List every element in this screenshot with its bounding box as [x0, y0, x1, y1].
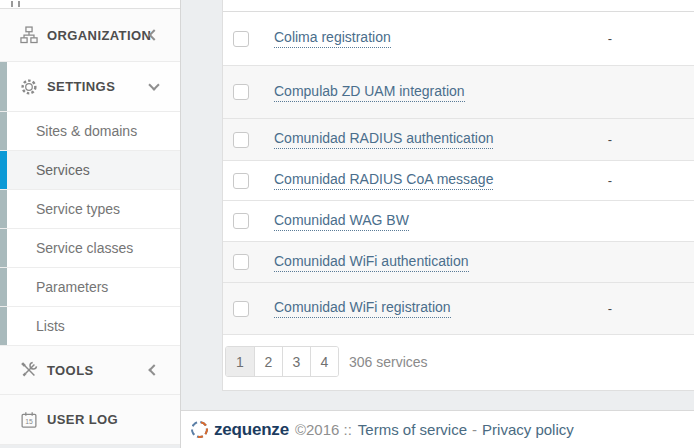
- sidebar-section-user-log[interactable]: 15 USER LOG: [0, 395, 180, 445]
- page-button-2[interactable]: 2: [254, 347, 282, 376]
- chevron-down-icon: [148, 79, 159, 90]
- row-checkbox[interactable]: [233, 213, 249, 229]
- row-value: -: [601, 301, 619, 316]
- sidebar-section-label: SETTINGS: [47, 79, 115, 94]
- sidebar-section-tools[interactable]: TOOLS: [0, 346, 180, 395]
- row-value: -: [601, 173, 619, 188]
- row-checkbox[interactable]: [233, 301, 249, 317]
- sidebar-item-label: Lists: [36, 318, 65, 334]
- sidebar-section-label: ORGANIZATION: [47, 28, 151, 43]
- table-row: Compulab ZD UAM integration: [223, 66, 694, 119]
- link-separator: -: [472, 421, 477, 438]
- sitemap-icon: [20, 26, 38, 44]
- table-row: Colima registration -: [223, 12, 694, 66]
- gear-icon: [20, 78, 38, 96]
- sidebar-section-organization[interactable]: ORGANIZATION: [0, 9, 180, 62]
- pagination: 1 2 3 4 306 services: [225, 346, 694, 377]
- page-button-group: 1 2 3 4: [225, 346, 339, 377]
- sidebar-item-label: Service classes: [36, 240, 133, 256]
- row-checkbox[interactable]: [233, 132, 249, 148]
- service-link[interactable]: Comunidad WiFi registration: [274, 299, 451, 318]
- sidebar-item-sites-domains[interactable]: Sites & domains: [0, 112, 180, 151]
- page-button-4[interactable]: 4: [310, 347, 338, 376]
- sidebar-item-label: Parameters: [36, 279, 108, 295]
- services-panel: Colima registration - Compulab ZD UAM in…: [222, 0, 694, 391]
- services-count: 306 services: [349, 354, 428, 370]
- table-row: Comunidad RADIUS CoA message -: [223, 161, 694, 201]
- row-checkbox[interactable]: [233, 84, 249, 100]
- brand-name[interactable]: zequenze: [214, 420, 289, 440]
- row-value: -: [601, 132, 619, 147]
- table-header-partial: [223, 0, 694, 12]
- service-link[interactable]: Colima registration: [274, 29, 391, 48]
- service-link[interactable]: Comunidad WAG BW: [274, 212, 409, 231]
- row-checkbox[interactable]: [233, 173, 249, 189]
- cutoff-icon: [11, 1, 20, 7]
- chevron-left-icon: [148, 364, 159, 375]
- row-checkbox[interactable]: [233, 254, 249, 270]
- sidebar-item-partial[interactable]: [0, 0, 180, 9]
- svg-text:15: 15: [25, 417, 33, 424]
- services-table: Colima registration - Compulab ZD UAM in…: [223, 12, 694, 335]
- sidebar-settings-items: Sites & domains Services Service types S…: [0, 112, 180, 346]
- service-link[interactable]: Comunidad RADIUS authentication: [274, 130, 493, 149]
- row-checkbox[interactable]: [233, 31, 249, 47]
- table-row: Comunidad WiFi registration -: [223, 283, 694, 335]
- sidebar-item-service-classes[interactable]: Service classes: [0, 229, 180, 268]
- brand-logo-icon[interactable]: [189, 419, 209, 439]
- page-button-3[interactable]: 3: [282, 347, 310, 376]
- calendar-icon: 15: [20, 411, 38, 429]
- sidebar-item-services[interactable]: Services: [0, 151, 180, 190]
- footer: zequenze ©2016 :: Terms of service - Pri…: [181, 410, 694, 448]
- service-link[interactable]: Comunidad WiFi authentication: [274, 253, 469, 272]
- sidebar-item-parameters[interactable]: Parameters: [0, 268, 180, 307]
- table-row: Comunidad RADIUS authentication -: [223, 119, 694, 161]
- service-link[interactable]: Comunidad RADIUS CoA message: [274, 171, 493, 190]
- sidebar-item-label: Services: [36, 162, 90, 178]
- sidebar-section-settings[interactable]: SETTINGS: [0, 62, 180, 112]
- sidebar: ORGANIZATION SETTINGS Sites & domains Se…: [0, 0, 181, 448]
- copyright-text: ©2016 ::: [295, 421, 352, 438]
- sidebar-section-label: USER LOG: [47, 412, 118, 427]
- sidebar-item-service-types[interactable]: Service types: [0, 190, 180, 229]
- privacy-policy-link[interactable]: Privacy policy: [482, 421, 574, 438]
- table-row: Comunidad WiFi authentication: [223, 242, 694, 283]
- page-button-1[interactable]: 1: [226, 347, 254, 376]
- sidebar-section-label: TOOLS: [47, 363, 94, 378]
- sidebar-item-label: Sites & domains: [36, 123, 137, 139]
- tools-icon: [20, 361, 38, 379]
- sidebar-item-lists[interactable]: Lists: [0, 307, 180, 346]
- table-row: Comunidad WAG BW: [223, 201, 694, 242]
- sidebar-item-label: Service types: [36, 201, 120, 217]
- service-link[interactable]: Compulab ZD UAM integration: [274, 83, 465, 102]
- terms-of-service-link[interactable]: Terms of service: [358, 421, 467, 438]
- row-value: -: [601, 31, 619, 46]
